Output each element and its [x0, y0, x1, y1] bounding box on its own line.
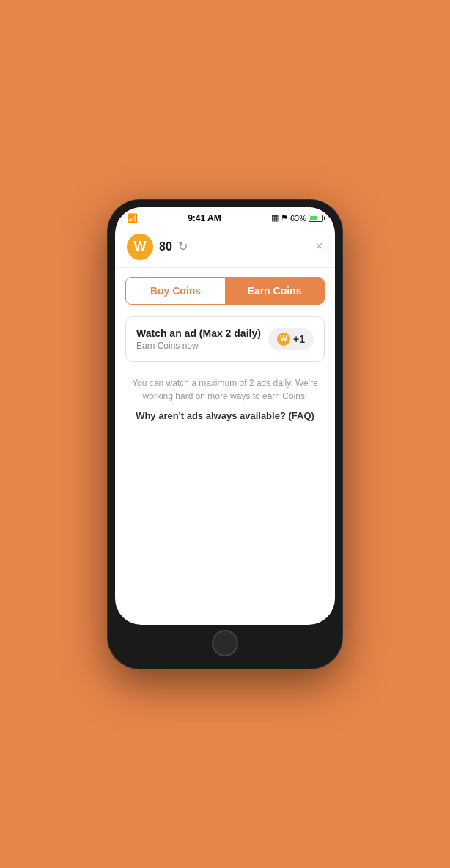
phone-bottom — [115, 625, 335, 661]
earn-amount: +1 — [293, 333, 305, 345]
status-left: 📶 — [127, 213, 138, 223]
home-button[interactable] — [212, 630, 238, 656]
card-title: Watch an ad (Max 2 daily) — [136, 327, 261, 339]
refresh-button[interactable]: ↻ — [178, 240, 188, 253]
card-text: Watch an ad (Max 2 daily) Earn Coins now — [136, 327, 261, 351]
wifi-icon: 📶 — [127, 213, 138, 223]
header-bar: W 80 ↻ × — [115, 226, 335, 268]
status-bar: 📶 9:41 AM ▦ ⚑ 63% — [115, 207, 335, 226]
phone-frame: 📶 9:41 AM ▦ ⚑ 63% W 80 ↻ × — [108, 200, 342, 669]
screen-icon: ▦ — [271, 213, 279, 223]
earn-coin-icon: W — [277, 333, 290, 346]
tab-bar: Buy Coins Earn Coins — [125, 277, 325, 305]
app-content: W 80 ↻ × Buy Coins Earn Coins Watch an a… — [115, 226, 335, 625]
battery-percent: 63% — [290, 214, 306, 223]
battery-icon — [309, 215, 323, 222]
close-button[interactable]: × — [315, 239, 323, 254]
coin-balance: 80 — [159, 240, 172, 253]
tab-buy-coins[interactable]: Buy Coins — [126, 278, 225, 304]
tab-earn-coins[interactable]: Earn Coins — [225, 278, 324, 304]
faq-link[interactable]: Why aren't ads always available? (FAQ) — [130, 410, 320, 421]
card-subtitle: Earn Coins now — [136, 341, 261, 351]
watch-ad-card[interactable]: Watch an ad (Max 2 daily) Earn Coins now… — [125, 316, 325, 362]
battery-fill — [310, 216, 317, 220]
coin-logo: W — [127, 234, 153, 260]
status-right: ▦ ⚑ 63% — [271, 213, 323, 223]
status-time: 9:41 AM — [138, 213, 271, 223]
phone-screen: 📶 9:41 AM ▦ ⚑ 63% W 80 ↻ × — [115, 207, 335, 625]
earn-badge: W +1 — [268, 328, 314, 350]
info-section: You can watch a maximum of 2 ads daily. … — [115, 371, 335, 427]
info-description: You can watch a maximum of 2 ads daily. … — [130, 376, 320, 403]
location-icon: ⚑ — [281, 213, 288, 223]
